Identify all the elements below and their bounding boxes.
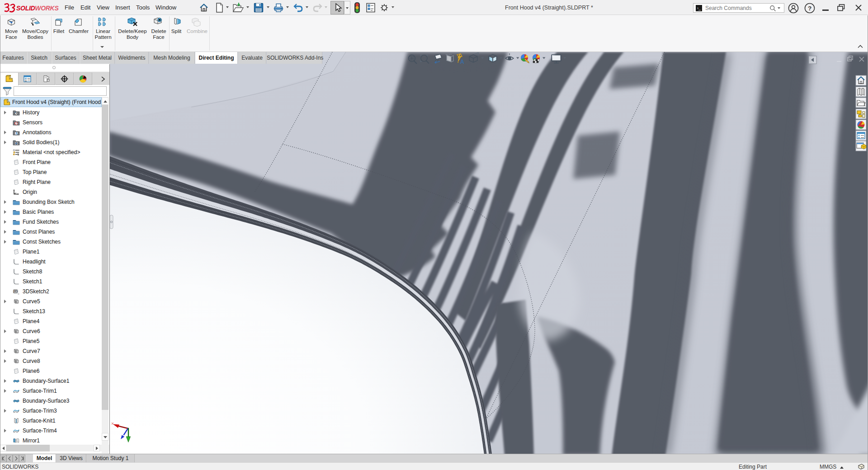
svg-text:A: A xyxy=(15,132,18,136)
svg-text:A: A xyxy=(460,59,464,65)
svg-text:?: ? xyxy=(808,5,811,12)
svg-text:3D: 3D xyxy=(14,290,18,293)
svg-text:SOLIDWORKS: SOLIDWORKS xyxy=(16,5,59,12)
svg-text:×: × xyxy=(111,421,114,426)
